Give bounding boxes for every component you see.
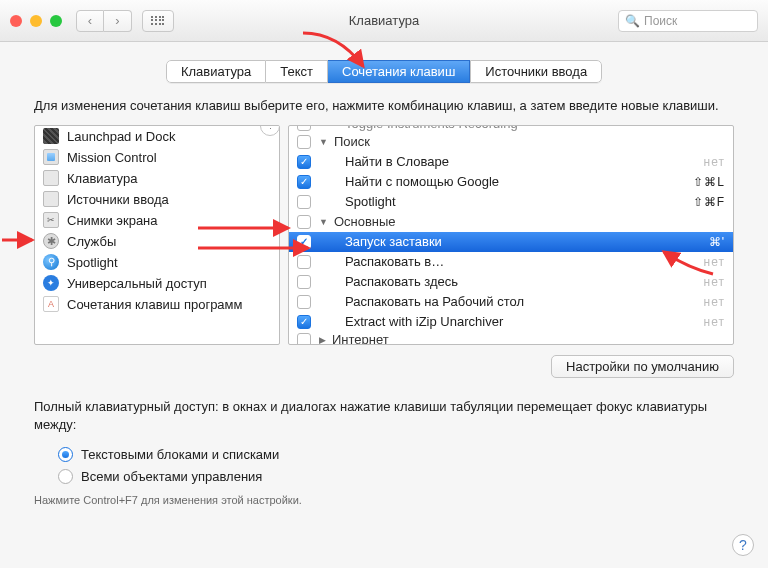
tab-1[interactable]: Текст — [266, 60, 328, 83]
service-item-label: Распаковать на Рабочий стол — [345, 294, 698, 309]
category-list[interactable]: Launchpad и DockMission ControlКлавиатур… — [34, 125, 280, 345]
checkbox[interactable] — [297, 195, 311, 209]
spot-icon — [43, 254, 59, 270]
checkbox[interactable] — [297, 135, 311, 149]
category-label: Службы — [67, 234, 116, 249]
service-item-label: Распаковать здесь — [345, 274, 698, 289]
disclosure-triangle-icon[interactable]: ▼ — [319, 137, 328, 147]
forward-button[interactable]: › — [104, 10, 132, 32]
shortcut-label: нет — [704, 315, 725, 329]
checkbox[interactable] — [297, 235, 311, 249]
tab-0[interactable]: Клавиатура — [166, 60, 266, 83]
category-label: Mission Control — [67, 150, 157, 165]
category-label: Снимки экрана — [67, 213, 158, 228]
checkbox[interactable] — [297, 175, 311, 189]
checkbox[interactable] — [297, 315, 311, 329]
category-mc[interactable]: Mission Control — [35, 147, 279, 168]
service-item-label: Spotlight — [345, 194, 687, 209]
service-group[interactable]: ▶Интернет — [289, 332, 733, 344]
category-label: Spotlight — [67, 255, 118, 270]
titlebar: ‹ › Клавиатура 🔍 Поиск — [0, 0, 768, 42]
inp-icon — [43, 191, 59, 207]
search-icon: 🔍 — [625, 14, 640, 28]
service-item-label: Extract with iZip Unarchiver — [345, 314, 698, 329]
radio-label: Всеми объектами управления — [81, 469, 262, 484]
shortcut-label: нет — [704, 295, 725, 309]
checkbox[interactable] — [297, 295, 311, 309]
instructions-text: Для изменения сочетания клавиш выберите … — [0, 83, 768, 125]
category-acc[interactable]: Универсальный доступ — [35, 273, 279, 294]
keyboard-hint: Нажмите Control+F7 для изменения этой на… — [0, 488, 768, 506]
service-item-label: Toggle Instruments Recording — [345, 126, 725, 132]
scr-icon — [43, 212, 59, 228]
nav-buttons: ‹ › — [76, 10, 132, 32]
checkbox[interactable] — [297, 275, 311, 289]
service-item-label: Найти с помощью Google — [345, 174, 687, 189]
category-app[interactable]: Сочетания клавиш программ — [35, 294, 279, 315]
kb-icon — [43, 170, 59, 186]
keyboard-access-radios: Текстовыми блоками и списками Всеми объе… — [0, 440, 768, 488]
service-group[interactable]: ▼Основные — [289, 212, 733, 232]
category-lp[interactable]: Launchpad и Dock — [35, 126, 279, 147]
service-item[interactable]: Распаковать в…нет — [289, 252, 733, 272]
group-label: Поиск — [334, 134, 370, 149]
search-input[interactable]: 🔍 Поиск — [618, 10, 758, 32]
shortcut-label: нет — [704, 255, 725, 269]
category-scr[interactable]: Снимки экрана — [35, 210, 279, 231]
window-controls — [10, 15, 62, 27]
service-item-label: Запуск заставки — [345, 234, 703, 249]
service-item-label: Распаковать в… — [345, 254, 698, 269]
shortcut-label: ⇧⌘L — [693, 175, 725, 189]
disclosure-triangle-icon[interactable]: ▼ — [319, 217, 328, 227]
category-inp[interactable]: Источники ввода — [35, 189, 279, 210]
category-svc[interactable]: Службы — [35, 231, 279, 252]
shortcut-label: ⇧⌘F — [693, 195, 725, 209]
checkbox[interactable] — [297, 126, 311, 131]
category-spot[interactable]: Spotlight — [35, 252, 279, 273]
category-label: Launchpad и Dock — [67, 129, 175, 144]
service-item[interactable]: Распаковать на Рабочий столнет — [289, 292, 733, 312]
disclosure-triangle-icon[interactable]: ▶ — [319, 335, 326, 344]
mc-icon — [43, 149, 59, 165]
shortcut-list[interactable]: Toggle Instruments Recording▼ПоискНайти … — [288, 125, 734, 345]
preferences-window: ‹ › Клавиатура 🔍 Поиск КлавиатураТекстСо… — [0, 0, 768, 568]
shortcut-label: нет — [704, 275, 725, 289]
shortcut-label: ⌘' — [709, 235, 725, 249]
service-item[interactable]: Найти в Словаренет — [289, 152, 733, 172]
service-item-label: Найти в Словаре — [345, 154, 698, 169]
lp-icon — [43, 128, 59, 144]
app-icon — [43, 296, 59, 312]
acc-icon — [43, 275, 59, 291]
checkbox[interactable] — [297, 333, 311, 344]
panes: Launchpad и DockMission ControlКлавиатур… — [0, 125, 768, 345]
restore-defaults-button[interactable]: Настройки по умолчанию — [551, 355, 734, 378]
minimize-icon[interactable] — [30, 15, 42, 27]
category-label: Универсальный доступ — [67, 276, 207, 291]
radio-text-and-lists[interactable]: Текстовыми блоками и списками — [58, 444, 768, 466]
checkbox[interactable] — [297, 155, 311, 169]
radio-all-controls[interactable]: Всеми объектами управления — [58, 466, 768, 488]
tab-3[interactable]: Источники ввода — [470, 60, 602, 83]
group-label: Основные — [334, 214, 396, 229]
close-icon[interactable] — [10, 15, 22, 27]
checkbox[interactable] — [297, 215, 311, 229]
service-item[interactable]: Extract with iZip Unarchiverнет — [289, 312, 733, 332]
service-item[interactable]: Запуск заставки⌘' — [289, 232, 733, 252]
radio-label: Текстовыми блоками и списками — [81, 447, 279, 462]
help-button[interactable]: ? — [732, 534, 754, 556]
tab-2[interactable]: Сочетания клавиш — [328, 60, 470, 83]
category-label: Источники ввода — [67, 192, 169, 207]
service-item[interactable]: Spotlight⇧⌘F — [289, 192, 733, 212]
back-button[interactable]: ‹ — [76, 10, 104, 32]
zoom-icon[interactable] — [50, 15, 62, 27]
category-kb[interactable]: Клавиатура — [35, 168, 279, 189]
service-group[interactable]: ▼Поиск — [289, 132, 733, 152]
show-all-button[interactable] — [142, 10, 174, 32]
category-label: Клавиатура — [67, 171, 137, 186]
service-item[interactable]: Распаковать здесьнет — [289, 272, 733, 292]
service-item[interactable]: Найти с помощью Google⇧⌘L — [289, 172, 733, 192]
category-label: Сочетания клавиш программ — [67, 297, 242, 312]
group-label: Интернет — [332, 332, 389, 344]
svc-icon — [43, 233, 59, 249]
checkbox[interactable] — [297, 255, 311, 269]
